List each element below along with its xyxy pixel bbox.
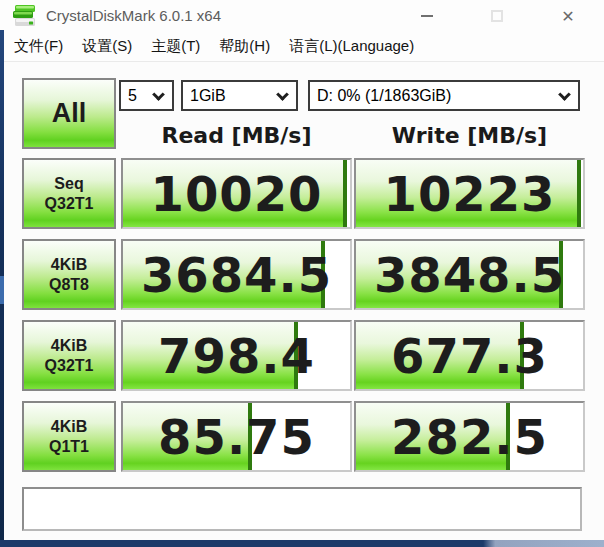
window-title: CrystalDiskMark 6.0.1 x64	[46, 7, 221, 24]
read-result-value: 85.75	[123, 403, 350, 470]
close-icon: ✕	[561, 7, 574, 26]
write-result-box: 3848.5	[354, 239, 585, 310]
desktop-left-edge-highlight	[0, 276, 4, 304]
write-result-box: 677.3	[354, 320, 585, 391]
read-result-box: 10020	[121, 158, 352, 229]
comment-input[interactable]	[22, 487, 582, 531]
read-result-box: 85.75	[121, 401, 352, 472]
read-result-value: 3684.5	[123, 241, 350, 308]
read-result-box: 798.4	[121, 320, 352, 391]
test-button-4kib-q32t1[interactable]: 4KiB Q32T1	[22, 320, 116, 391]
test-label-line2: Q32T1	[45, 194, 94, 214]
menu-theme[interactable]: 主题(T)	[151, 37, 200, 56]
test-label-line1: 4KiB	[51, 417, 87, 437]
test-button-4kib-q1t1[interactable]: 4KiB Q1T1	[22, 401, 116, 472]
menu-help[interactable]: 帮助(H)	[219, 37, 270, 56]
menu-bar: 文件(F) 设置(S) 主题(T) 帮助(H) 语言(L)(Language)	[0, 32, 604, 62]
crystaldiskmark-window: CrystalDiskMark 6.0.1 x64 ✕ 文件(F) 设置(S) …	[0, 0, 604, 547]
read-result-box: 3684.5	[121, 239, 352, 310]
close-button[interactable]: ✕	[546, 0, 590, 32]
test-label-line1: Seq	[54, 174, 83, 194]
write-result-value: 3848.5	[356, 241, 583, 308]
write-result-box: 282.5	[354, 401, 585, 472]
write-result-value: 282.5	[356, 403, 583, 470]
write-column-header: Write [MB/s]	[354, 123, 585, 151]
test-label-line1: 4KiB	[51, 255, 87, 275]
maximize-icon	[491, 10, 503, 22]
menu-settings[interactable]: 设置(S)	[82, 37, 132, 56]
test-size-value: 1GiB	[190, 87, 226, 105]
test-size-select[interactable]: 1GiB	[181, 80, 298, 111]
test-label-line2: Q32T1	[45, 356, 94, 376]
chevron-down-icon	[558, 88, 571, 101]
read-result-value: 10020	[123, 160, 350, 227]
chevron-down-icon	[152, 88, 165, 101]
desktop-bottom-edge	[0, 540, 604, 547]
read-column-header: Read [MB/s]	[121, 123, 352, 151]
minimize-button[interactable]	[405, 0, 449, 32]
test-label-line2: Q1T1	[49, 437, 89, 457]
write-result-value: 10223	[356, 160, 583, 227]
target-drive-value: D: 0% (1/1863GiB)	[317, 87, 451, 105]
maximize-button[interactable]	[475, 0, 519, 32]
test-count-value: 5	[128, 87, 137, 105]
menu-file[interactable]: 文件(F)	[14, 37, 63, 56]
run-all-button[interactable]: All	[22, 78, 116, 149]
test-button-4kib-q8t8[interactable]: 4KiB Q8T8	[22, 239, 116, 310]
test-button-seq-q32t1[interactable]: Seq Q32T1	[22, 158, 116, 229]
target-drive-select[interactable]: D: 0% (1/1863GiB)	[308, 80, 580, 111]
chevron-down-icon	[276, 88, 289, 101]
write-result-box: 10223	[354, 158, 585, 229]
test-count-select[interactable]: 5	[119, 80, 174, 111]
read-result-value: 798.4	[123, 322, 350, 389]
write-result-value: 677.3	[356, 322, 583, 389]
test-label-line2: Q8T8	[49, 275, 89, 295]
minimize-icon	[421, 15, 433, 17]
menu-language[interactable]: 语言(L)(Language)	[289, 37, 414, 56]
app-disk-icon	[13, 5, 37, 27]
test-label-line1: 4KiB	[51, 336, 87, 356]
title-bar: CrystalDiskMark 6.0.1 x64 ✕	[0, 0, 604, 32]
